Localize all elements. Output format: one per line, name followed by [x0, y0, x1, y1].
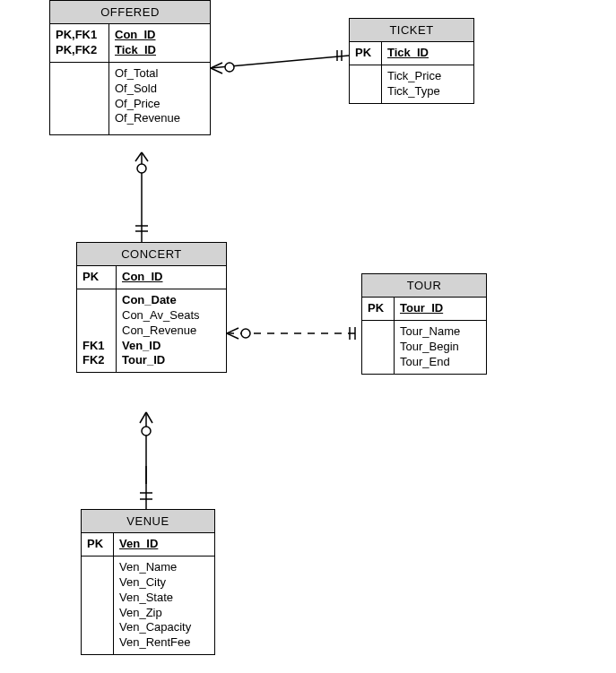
- attr-label: Ven_Zip: [119, 606, 209, 621]
- svg-line-1: [211, 63, 222, 68]
- attr-label: Ven_Name: [119, 560, 209, 575]
- key-label: [82, 293, 110, 308]
- attr-label: Of_Total: [115, 66, 204, 82]
- attr-label: Of_Price: [115, 97, 204, 112]
- key-label: [56, 66, 103, 82]
- attr-label: Tick_Price: [387, 69, 468, 84]
- key-label: PK,FK1: [56, 28, 103, 43]
- key-label: PK: [82, 270, 110, 285]
- svg-point-21: [142, 427, 151, 436]
- rel-concert-venue: [140, 412, 152, 509]
- attr-label: Tour_Name: [400, 324, 481, 340]
- key-label: [368, 324, 388, 340]
- attr-label: Con_Date: [122, 293, 221, 308]
- entity-tour-body: PK Tour_ID Tour_Name Tour_Begin Tour_End: [362, 298, 486, 374]
- svg-line-14: [227, 333, 239, 339]
- attr-label: Con_Revenue: [122, 324, 221, 339]
- key-label: PK: [87, 537, 108, 552]
- key-label: [82, 324, 110, 339]
- svg-line-13: [227, 328, 239, 333]
- attr-label: Of_Revenue: [115, 111, 204, 126]
- svg-line-0: [211, 56, 349, 68]
- attr-label: Tour_Begin: [400, 340, 481, 355]
- attr-label: Tick_ID: [115, 43, 204, 58]
- entity-concert-body: PK FK1 FK2 Con_ID Con_Date Con_Av_Seats …: [77, 266, 226, 372]
- svg-point-15: [241, 329, 250, 338]
- svg-line-2: [211, 68, 222, 73]
- key-label: PK: [355, 46, 376, 61]
- entity-venue-title: VENUE: [82, 510, 214, 533]
- entity-ticket: TICKET PK Tick_ID Tick_Price Tick_Type: [349, 18, 474, 104]
- attr-label: Ven_City: [119, 575, 209, 591]
- entity-offered-title: OFFERED: [50, 1, 210, 24]
- key-label: PK,FK2: [56, 43, 103, 58]
- key-label: [87, 560, 108, 575]
- svg-point-3: [225, 63, 234, 72]
- key-label: FK1: [82, 339, 110, 354]
- rel-offered-concert: [135, 152, 148, 242]
- entity-venue-body: PK Ven_ID Ven_Name Ven_City Ven_State Ve…: [82, 533, 214, 654]
- rel-concert-tour: [227, 327, 361, 340]
- attr-label: Con_ID: [122, 270, 221, 285]
- svg-point-9: [137, 164, 146, 173]
- attr-label: Ven_ID: [119, 537, 209, 552]
- svg-line-19: [140, 412, 146, 423]
- attr-label: Tour_ID: [400, 301, 481, 316]
- attr-label: Ven_State: [119, 591, 209, 606]
- key-label: [355, 69, 376, 84]
- svg-line-20: [146, 412, 152, 423]
- entity-concert: CONCERT PK FK1 FK2 Con_ID Con_Date Con_A…: [76, 242, 227, 373]
- attr-label: Of_Sold: [115, 82, 204, 97]
- entity-concert-title: CONCERT: [77, 243, 226, 266]
- key-label: [82, 308, 110, 324]
- attr-label: Tour_ID: [122, 353, 221, 368]
- attr-label: Ven_Capacity: [119, 620, 209, 635]
- entity-offered: OFFERED PK,FK1 PK,FK2 Con_ID Tick_ID Of_…: [49, 0, 211, 135]
- attr-label: Ven_ID: [122, 339, 221, 354]
- entity-ticket-title: TICKET: [350, 19, 473, 42]
- key-label: FK2: [82, 353, 110, 368]
- entity-venue: VENUE PK Ven_ID Ven_Name Ven_City Ven_St…: [81, 509, 215, 655]
- attr-label: Con_ID: [115, 28, 204, 43]
- svg-line-7: [135, 152, 142, 161]
- entity-tour-title: TOUR: [362, 274, 486, 298]
- entity-tour: TOUR PK Tour_ID Tour_Name Tour_Begin Tou…: [361, 273, 487, 375]
- entity-offered-body: PK,FK1 PK,FK2 Con_ID Tick_ID Of_Total Of…: [50, 24, 210, 134]
- attr-label: Ven_RentFee: [119, 635, 209, 651]
- attr-label: Con_Av_Seats: [122, 308, 221, 324]
- key-label: PK: [368, 301, 388, 316]
- attr-label: Tick_Type: [387, 84, 468, 99]
- attr-label: Tick_ID: [387, 46, 468, 61]
- attr-label: Tour_End: [400, 355, 481, 370]
- rel-offered-ticket: [211, 50, 349, 73]
- svg-line-8: [142, 152, 148, 161]
- entity-ticket-body: PK Tick_ID Tick_Price Tick_Type: [350, 42, 473, 103]
